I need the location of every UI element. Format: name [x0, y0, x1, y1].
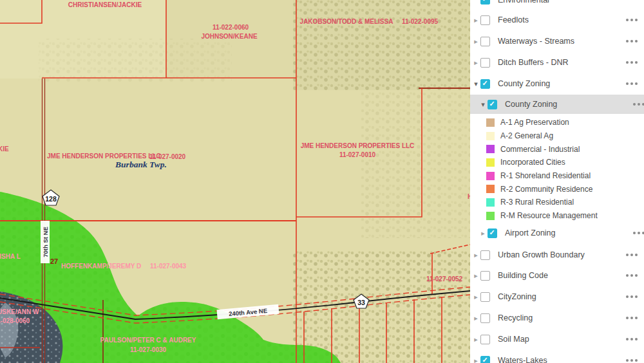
layer-row-county-zoning-group[interactable]: ▾ County Zoning: [470, 73, 644, 95]
legend-label: R-M Resource Management: [500, 211, 598, 220]
layer-label: Waterways - Streams: [498, 37, 574, 46]
map-graphics: CHRISTIANSEN/JACKIE 11-022-0060 JOHNSON/…: [0, 0, 470, 363]
layer-row-urban-growth-boundary[interactable]: ▸ Urban Growth Boundary: [470, 245, 644, 266]
layer-row-county-zoning-sublayer[interactable]: ▾ County Zoning: [470, 94, 644, 115]
parcel-label: 11-027-0030: [130, 346, 167, 353]
legend-swatch: [486, 172, 495, 180]
layer-row-waters-lakes[interactable]: ▸ Waters-Lakes: [470, 350, 644, 363]
layer-checkbox[interactable]: [488, 228, 497, 238]
chevron-right-icon[interactable]: ▸: [473, 315, 479, 322]
legend-label: A-1 Ag Preservation: [500, 118, 569, 127]
legend-item-rm: R-M Resource Management: [470, 209, 644, 223]
legend-item-a2: A-2 General Ag: [470, 129, 644, 143]
layer-options-icon[interactable]: [633, 103, 644, 106]
layer-options-icon[interactable]: [626, 295, 638, 298]
layer-checkbox[interactable]: [480, 0, 490, 5]
chevron-right-icon[interactable]: ▸: [473, 293, 479, 301]
chevron-right-icon[interactable]: ▸: [473, 272, 479, 279]
legend-swatch: [486, 185, 495, 193]
layer-checkbox[interactable]: [480, 37, 490, 46]
layer-options-icon[interactable]: [626, 274, 638, 277]
layer-options-icon[interactable]: [626, 19, 638, 21]
layer-label: County Zoning: [498, 79, 550, 88]
township-label: Burbank Twp.: [115, 160, 167, 169]
parcel-label: HOFFENKAMP/JEREMY D: [61, 263, 141, 270]
layer-options-icon[interactable]: [626, 82, 638, 85]
map-trees-texture-se: [293, 251, 470, 363]
legend-label: Incorporated Cities: [500, 158, 565, 167]
map-canvas[interactable]: CHRISTIANSEN/JACKIE 11-022-0060 JOHNSON/…: [0, 0, 470, 363]
legend-item-r3: R-3 Rural Residential: [470, 196, 644, 209]
layer-options-icon[interactable]: [626, 40, 638, 42]
layer-row-waterways-streams[interactable]: ▸ Waterways - Streams: [470, 31, 644, 52]
layer-row-cityzoning[interactable]: ▸ CityZoning: [470, 286, 644, 308]
layer-options-icon[interactable]: [626, 254, 638, 256]
layer-label: CityZoning: [498, 292, 536, 301]
layer-label: Urban Growth Boundary: [498, 250, 585, 259]
layer-checkbox[interactable]: [480, 292, 490, 302]
chevron-right-icon[interactable]: ▸: [473, 59, 479, 66]
layer-label: Airport Zoning: [505, 228, 556, 237]
layer-row-ditch-buffers-dnr[interactable]: ▸ Ditch Buffers - DNR: [470, 52, 644, 73]
layer-checkbox[interactable]: [480, 356, 490, 363]
map-trees-texture-ne: [293, 0, 470, 90]
parcel-label: 11-022-0060: [213, 24, 249, 31]
layer-label: County Zoning: [505, 100, 557, 109]
svg-text:33: 33: [357, 299, 365, 306]
legend-swatch: [486, 118, 495, 127]
layer-label: Environmental: [498, 0, 549, 5]
layer-checkbox[interactable]: [480, 271, 490, 281]
parcel-label: JME HENDERSON PROPERTIES LLC: [301, 142, 415, 149]
legend-label: R-1 Shoreland Residential: [500, 171, 591, 180]
legend-label: Commercial - Industrial: [500, 145, 580, 154]
gis-app-window: CHRISTIANSEN/JACKIE 11-022-0060 JOHNSON/…: [0, 0, 644, 363]
chevron-right-icon[interactable]: ▸: [473, 17, 479, 24]
legend-swatch: [486, 212, 495, 220]
parcel-label: JME HENDERSON PROPERTIES LLC: [47, 153, 161, 160]
chevron-right-icon[interactable]: ▸: [480, 230, 486, 237]
layer-row-soil-map[interactable]: ▸ Soil Map: [470, 329, 644, 350]
legend-item-commercial: Commercial - Industrial: [470, 142, 644, 156]
chevron-down-icon[interactable]: ▾: [480, 101, 486, 108]
legend-item-r1: R-1 Shoreland Residential: [470, 169, 644, 183]
layer-label: Building Code: [498, 271, 548, 280]
legend-label: R-3 Rural Residential: [500, 198, 574, 207]
layer-options-icon[interactable]: [626, 338, 638, 340]
chevron-down-icon[interactable]: ▾: [473, 80, 479, 88]
layer-row-recycling[interactable]: ▸ Recycling: [470, 308, 644, 329]
layer-label: Soil Map: [498, 335, 529, 344]
layer-checkbox[interactable]: [480, 335, 490, 344]
layer-checkbox[interactable]: [480, 250, 490, 260]
parcel-label: 11-027-0043: [150, 263, 187, 270]
layer-label: Feedlots: [498, 15, 529, 24]
legend-label: R-2 Community Residence: [500, 185, 592, 194]
parcel-label: JOHNSON/KEANE: [201, 33, 258, 40]
layer-checkbox[interactable]: [488, 100, 497, 109]
layer-options-icon[interactable]: [626, 359, 638, 362]
road-label-70th: 70th St NE: [41, 221, 50, 263]
parcel-label: PAULSON/PETER C & AUDREY: [100, 337, 196, 344]
chevron-right-icon[interactable]: ▸: [473, 357, 479, 363]
layer-row-building-code[interactable]: ▸ Building Code: [470, 265, 644, 286]
chevron-right-icon[interactable]: ▸: [473, 38, 479, 45]
layer-options-icon[interactable]: [626, 61, 638, 64]
chevron-right-icon[interactable]: ▸: [473, 336, 479, 343]
layer-options-icon[interactable]: [626, 317, 638, 319]
layer-options-icon[interactable]: [633, 232, 644, 234]
layer-checkbox[interactable]: [480, 58, 490, 68]
highway-27-label: 27: [50, 257, 58, 265]
svg-text:70th St NE: 70th St NE: [42, 227, 49, 257]
layer-label: Ditch Buffers - DNR: [498, 58, 569, 67]
chevron-right-icon[interactable]: ▸: [473, 252, 479, 259]
layer-row-airport-zoning[interactable]: ▸ Airport Zoning: [470, 223, 644, 244]
layer-checkbox[interactable]: [480, 15, 490, 25]
layer-label: Recycling: [498, 313, 533, 322]
layer-checkbox[interactable]: [480, 79, 490, 89]
legend-item-r2: R-2 Community Residence: [470, 182, 644, 196]
layer-checkbox[interactable]: [480, 313, 490, 323]
parcel-label: 11-027-0010: [339, 151, 376, 158]
legend-swatch: [486, 132, 495, 140]
layer-row-feedlots[interactable]: ▸ Feedlots: [470, 10, 644, 31]
parcel-label: 11-027-0052: [426, 275, 463, 283]
parcel-label: 11-022-0095: [402, 18, 439, 25]
